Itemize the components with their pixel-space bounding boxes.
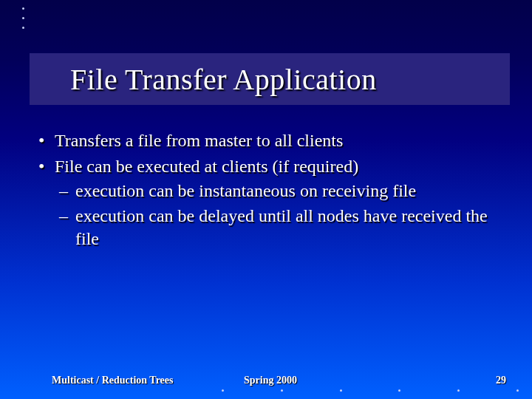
slide-body: Transfers a file from master to all clie… [37,129,495,253]
slide-title: File Transfer Application [70,62,377,97]
sub-bullet-item: execution can be delayed until all nodes… [55,205,495,250]
dot-icon [281,389,283,392]
decorative-dots-top [22,7,24,36]
bullet-text: Transfers a file from master to all clie… [55,131,343,150]
footer-page-number: 29 [496,375,506,386]
dot-icon [516,389,519,392]
dot-icon [22,17,24,19]
dot-icon [398,389,400,392]
bullet-item: File can be executed at clients (if requ… [37,155,495,250]
sub-bullet-text: execution can be delayed until all nodes… [75,206,488,248]
dot-icon [457,389,460,392]
bullet-item: Transfers a file from master to all clie… [37,129,495,152]
dot-icon [22,7,24,10]
slide: File Transfer Application Transfers a fi… [0,0,532,399]
sub-bullet-text: execution can be instantaneous on receiv… [75,181,416,200]
title-band: File Transfer Application [30,53,510,105]
bullet-text: File can be executed at clients (if requ… [55,157,358,176]
dot-icon [22,27,24,29]
footer-left: Multicast / Reduction Trees [52,375,174,386]
footer-center: Spring 2000 [244,375,297,386]
dot-icon [222,389,224,392]
decorative-dots-bottom [222,389,519,392]
sub-bullet-item: execution can be instantaneous on receiv… [55,180,495,202]
dot-icon [340,389,342,392]
